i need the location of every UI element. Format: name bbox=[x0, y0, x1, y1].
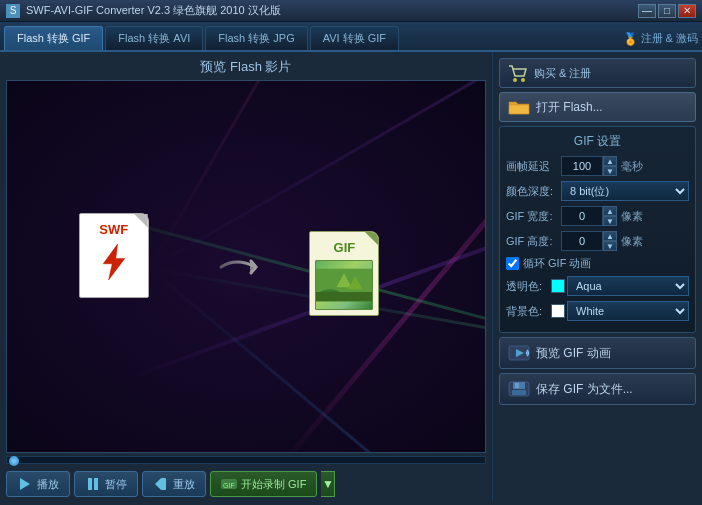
pause-icon bbox=[85, 476, 101, 492]
close-button[interactable]: ✕ bbox=[678, 4, 696, 18]
gif-height-row: GIF 高度: ▲ ▼ 像素 bbox=[506, 231, 689, 251]
svg-rect-7 bbox=[316, 292, 372, 301]
tab-flash-to-jpg[interactable]: Flash 转换 JPG bbox=[205, 26, 307, 50]
transparent-color-row: 透明色: Aqua White Black None bbox=[506, 276, 689, 296]
tab-avi-to-gif[interactable]: AVI 转换 GIF bbox=[310, 26, 399, 50]
record-button[interactable]: GIF 开始录制 GIF bbox=[210, 471, 317, 497]
frame-delay-unit: 毫秒 bbox=[621, 159, 643, 174]
gif-height-unit: 像素 bbox=[621, 234, 643, 249]
color-depth-label: 颜色深度: bbox=[506, 184, 561, 199]
open-flash-button[interactable]: 打开 Flash... bbox=[499, 92, 696, 122]
bg-color-select[interactable]: White Black Aqua bbox=[567, 301, 689, 321]
main-area: 预览 Flash 影片 SWF bbox=[0, 52, 702, 501]
preview-gif-button[interactable]: 预览 GIF 动画 bbox=[499, 337, 696, 369]
frame-delay-row: 画帧延迟 ▲ ▼ 毫秒 bbox=[506, 156, 689, 176]
gif-width-spinners: ▲ ▼ bbox=[603, 206, 617, 226]
preview-gif-icon bbox=[508, 344, 530, 362]
convert-arrow bbox=[216, 247, 276, 287]
svg-rect-17 bbox=[509, 105, 529, 114]
save-gif-button[interactable]: 保存 GIF 为文件... bbox=[499, 373, 696, 405]
restart-icon bbox=[153, 476, 169, 492]
frame-delay-input[interactable] bbox=[561, 156, 603, 176]
transparent-swatch bbox=[551, 279, 565, 293]
tab-bar: Flash 转换 GIF Flash 转换 AVI Flash 转换 JPG A… bbox=[0, 22, 702, 52]
gif-width-up[interactable]: ▲ bbox=[603, 206, 617, 216]
app-title: SWF-AVI-GIF Converter V2.3 绿色旗舰 2010 汉化版 bbox=[26, 3, 636, 18]
gif-height-spinner: ▲ ▼ 像素 bbox=[561, 231, 643, 251]
swf-paper: SWF bbox=[79, 213, 149, 298]
progress-indicator bbox=[9, 456, 19, 466]
gif-width-label: GIF 宽度: bbox=[506, 209, 561, 224]
bg-color-label: 背景色: bbox=[506, 304, 551, 319]
gif-label: GIF bbox=[334, 240, 356, 255]
tab-flash-to-gif[interactable]: Flash 转换 GIF bbox=[4, 26, 103, 50]
svg-point-16 bbox=[521, 78, 525, 82]
transparent-color-select[interactable]: Aqua White Black None bbox=[567, 276, 689, 296]
register-link[interactable]: 🏅 注册 & 激码 bbox=[623, 31, 698, 50]
svg-rect-10 bbox=[94, 478, 98, 490]
maximize-button[interactable]: □ bbox=[658, 4, 676, 18]
play-icon bbox=[17, 476, 33, 492]
save-gif-icon bbox=[508, 380, 530, 398]
gif-settings-panel: GIF 设置 画帧延迟 ▲ ▼ 毫秒 颜色深度: 8 bit(位) bbox=[499, 126, 696, 333]
record-icon: GIF bbox=[221, 476, 237, 492]
gif-fold bbox=[364, 232, 378, 246]
loop-checkbox[interactable] bbox=[506, 257, 519, 270]
frame-delay-spinners: ▲ ▼ bbox=[603, 156, 617, 176]
gif-height-input[interactable] bbox=[561, 231, 603, 251]
gif-height-up[interactable]: ▲ bbox=[603, 231, 617, 241]
preview-area: SWF bbox=[6, 80, 486, 453]
app-icon: S bbox=[6, 4, 20, 18]
color-depth-row: 颜色深度: 8 bit(位) 16 bit(位) 24 bit(位) bbox=[506, 181, 689, 201]
svg-rect-12 bbox=[161, 478, 166, 490]
svg-marker-8 bbox=[20, 478, 30, 490]
svg-rect-9 bbox=[88, 478, 92, 490]
frame-delay-down[interactable]: ▼ bbox=[603, 166, 617, 176]
tab-flash-to-avi[interactable]: Flash 转换 AVI bbox=[105, 26, 203, 50]
gif-preview-image bbox=[315, 260, 373, 310]
bg-color-row: 背景色: White Black Aqua bbox=[506, 301, 689, 321]
gif-height-label: GIF 高度: bbox=[506, 234, 561, 249]
progress-bar bbox=[6, 456, 486, 464]
gif-height-down[interactable]: ▼ bbox=[603, 241, 617, 251]
transparent-label: 透明色: bbox=[506, 279, 551, 294]
flash-logo bbox=[96, 242, 132, 282]
preview-panel: 预览 Flash 影片 SWF bbox=[0, 52, 492, 501]
svg-text:GIF: GIF bbox=[223, 482, 235, 489]
svg-marker-11 bbox=[155, 478, 161, 490]
svg-rect-23 bbox=[512, 390, 526, 395]
controls-bar: 播放 暂停 重放 GIF bbox=[6, 467, 486, 501]
frame-delay-up[interactable]: ▲ bbox=[603, 156, 617, 166]
color-depth-select[interactable]: 8 bit(位) 16 bit(位) 24 bit(位) bbox=[561, 181, 689, 201]
gif-width-down[interactable]: ▼ bbox=[603, 216, 617, 226]
pause-button[interactable]: 暂停 bbox=[74, 471, 138, 497]
gif-width-input[interactable] bbox=[561, 206, 603, 226]
frame-delay-spinner: ▲ ▼ 毫秒 bbox=[561, 156, 643, 176]
register-button[interactable]: 购买 & 注册 bbox=[499, 58, 696, 88]
frame-delay-label: 画帧延迟 bbox=[506, 159, 561, 174]
gif-width-row: GIF 宽度: ▲ ▼ 像素 bbox=[506, 206, 689, 226]
swf-label: SWF bbox=[99, 222, 128, 237]
minimize-button[interactable]: — bbox=[638, 4, 656, 18]
bg-color-swatch bbox=[551, 304, 565, 318]
loop-row: 循环 GIF 动画 bbox=[506, 256, 689, 271]
swf-fold bbox=[134, 214, 148, 228]
gif-paper: GIF bbox=[309, 231, 379, 316]
preview-title: 预览 Flash 影片 bbox=[6, 58, 486, 76]
loop-label: 循环 GIF 动画 bbox=[523, 256, 591, 271]
record-dropdown[interactable]: ▼ bbox=[321, 471, 335, 497]
title-bar: S SWF-AVI-GIF Converter V2.3 绿色旗舰 2010 汉… bbox=[0, 0, 702, 22]
play-button[interactable]: 播放 bbox=[6, 471, 70, 497]
swf-icon: SWF bbox=[79, 213, 159, 303]
gif-height-spinners: ▲ ▼ bbox=[603, 231, 617, 251]
folder-icon bbox=[508, 98, 530, 116]
gif-icon: GIF bbox=[309, 231, 389, 321]
settings-title: GIF 设置 bbox=[506, 133, 689, 150]
gif-width-spinner: ▲ ▼ 像素 bbox=[561, 206, 643, 226]
restart-button[interactable]: 重放 bbox=[142, 471, 206, 497]
cart-icon bbox=[508, 64, 528, 82]
gif-width-unit: 像素 bbox=[621, 209, 643, 224]
svg-point-15 bbox=[513, 78, 517, 82]
svg-rect-22 bbox=[515, 383, 519, 388]
deco-ray-5 bbox=[128, 82, 486, 380]
